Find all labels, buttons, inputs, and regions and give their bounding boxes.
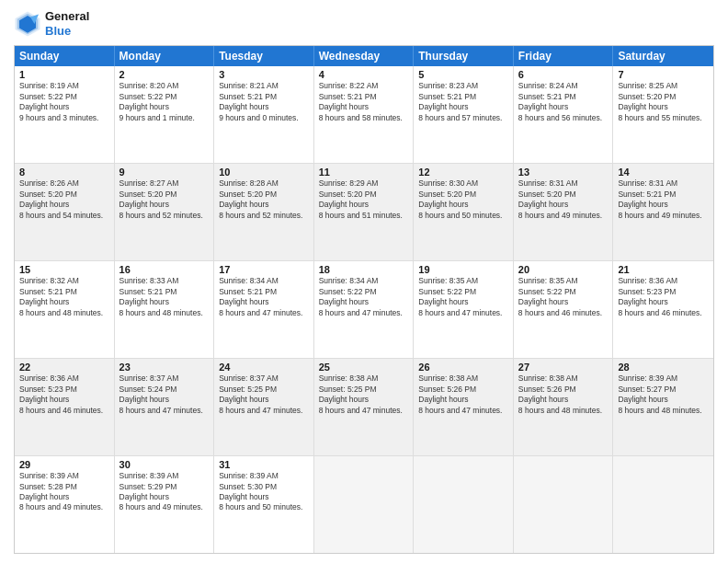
day-number: 4 (319, 69, 409, 80)
calendar-week-3: 15Sunrise: 8:32 AMSunset: 5:21 PMDayligh… (15, 261, 713, 359)
day-detail: Sunrise: 8:36 AMSunset: 5:23 PMDaylight … (618, 276, 709, 318)
day-number: 1 (19, 69, 109, 80)
day-number: 23 (119, 362, 210, 373)
day-number: 18 (319, 264, 409, 275)
logo: General Blue (14, 9, 89, 38)
cal-header-saturday: Saturday (613, 46, 713, 66)
page: General Blue SundayMondayTuesdayWednesda… (0, 0, 728, 563)
day-detail: Sunrise: 8:20 AMSunset: 5:22 PMDaylight … (119, 81, 210, 123)
day-detail: Sunrise: 8:38 AMSunset: 5:25 PMDaylight … (319, 373, 409, 416)
day-detail: Sunrise: 8:25 AMSunset: 5:20 PMDaylight … (618, 81, 709, 123)
cal-header-wednesday: Wednesday (314, 46, 415, 66)
day-number: 11 (319, 167, 409, 178)
day-number: 8 (19, 167, 109, 178)
day-detail: Sunrise: 8:34 AMSunset: 5:21 PMDaylight … (219, 276, 309, 318)
day-number: 15 (19, 264, 109, 275)
cal-header-tuesday: Tuesday (214, 46, 314, 66)
day-number: 29 (19, 459, 109, 470)
day-detail: Sunrise: 8:39 AMSunset: 5:29 PMDaylight … (119, 471, 210, 513)
day-detail: Sunrise: 8:36 AMSunset: 5:23 PMDaylight … (19, 373, 109, 416)
day-detail: Sunrise: 8:38 AMSunset: 5:26 PMDaylight … (518, 373, 609, 416)
logo-text: General Blue (45, 9, 89, 38)
cal-cell-25: 25Sunrise: 8:38 AMSunset: 5:25 PMDayligh… (314, 359, 415, 455)
day-detail: Sunrise: 8:26 AMSunset: 5:20 PMDaylight … (19, 178, 109, 221)
day-number: 7 (618, 69, 709, 80)
day-detail: Sunrise: 8:23 AMSunset: 5:21 PMDaylight … (418, 81, 508, 123)
day-detail: Sunrise: 8:37 AMSunset: 5:24 PMDaylight … (119, 373, 210, 416)
day-detail: Sunrise: 8:32 AMSunset: 5:21 PMDaylight … (19, 276, 109, 318)
cal-cell-8: 8Sunrise: 8:26 AMSunset: 5:20 PMDaylight… (15, 164, 115, 260)
cal-cell-22: 22Sunrise: 8:36 AMSunset: 5:23 PMDayligh… (15, 359, 115, 455)
cal-cell-28: 28Sunrise: 8:39 AMSunset: 5:27 PMDayligh… (613, 359, 713, 455)
day-number: 24 (219, 362, 309, 373)
day-number: 3 (219, 69, 309, 80)
cal-cell-19: 19Sunrise: 8:35 AMSunset: 5:22 PMDayligh… (414, 261, 514, 358)
day-detail: Sunrise: 8:29 AMSunset: 5:20 PMDaylight … (319, 178, 409, 221)
logo-icon (14, 10, 41, 38)
cal-cell-13: 13Sunrise: 8:31 AMSunset: 5:20 PMDayligh… (514, 164, 614, 260)
day-number: 21 (618, 264, 709, 275)
cal-cell-27: 27Sunrise: 8:38 AMSunset: 5:26 PMDayligh… (514, 359, 614, 455)
cal-cell-6: 6Sunrise: 8:24 AMSunset: 5:21 PMDaylight… (514, 66, 614, 163)
calendar-header: SundayMondayTuesdayWednesdayThursdayFrid… (15, 46, 713, 66)
cal-cell-18: 18Sunrise: 8:34 AMSunset: 5:22 PMDayligh… (314, 261, 415, 358)
cal-cell-empty (414, 456, 514, 553)
day-number: 25 (319, 362, 409, 373)
cal-cell-12: 12Sunrise: 8:30 AMSunset: 5:20 PMDayligh… (414, 164, 514, 260)
cal-cell-24: 24Sunrise: 8:37 AMSunset: 5:25 PMDayligh… (214, 359, 314, 455)
cal-cell-14: 14Sunrise: 8:31 AMSunset: 5:21 PMDayligh… (613, 164, 713, 260)
day-detail: Sunrise: 8:30 AMSunset: 5:20 PMDaylight … (418, 178, 508, 221)
day-number: 5 (418, 69, 508, 80)
cal-cell-10: 10Sunrise: 8:28 AMSunset: 5:20 PMDayligh… (214, 164, 314, 260)
cal-cell-26: 26Sunrise: 8:38 AMSunset: 5:26 PMDayligh… (414, 359, 514, 455)
day-number: 2 (119, 69, 210, 80)
day-detail: Sunrise: 8:28 AMSunset: 5:20 PMDaylight … (219, 178, 309, 221)
day-detail: Sunrise: 8:37 AMSunset: 5:25 PMDaylight … (219, 373, 309, 416)
cal-cell-empty (314, 456, 415, 553)
day-detail: Sunrise: 8:34 AMSunset: 5:22 PMDaylight … (319, 276, 409, 318)
cal-header-monday: Monday (115, 46, 215, 66)
day-detail: Sunrise: 8:33 AMSunset: 5:21 PMDaylight … (119, 276, 210, 318)
cal-cell-2: 2Sunrise: 8:20 AMSunset: 5:22 PMDaylight… (115, 66, 215, 163)
day-number: 31 (219, 459, 309, 470)
day-number: 9 (119, 167, 210, 178)
calendar: SundayMondayTuesdayWednesdayThursdayFrid… (14, 45, 714, 554)
cal-cell-31: 31Sunrise: 8:39 AMSunset: 5:30 PMDayligh… (214, 456, 314, 553)
cal-cell-3: 3Sunrise: 8:21 AMSunset: 5:21 PMDaylight… (214, 66, 314, 163)
day-detail: Sunrise: 8:27 AMSunset: 5:20 PMDaylight … (119, 178, 210, 221)
day-detail: Sunrise: 8:39 AMSunset: 5:27 PMDaylight … (618, 373, 709, 416)
day-number: 12 (418, 167, 508, 178)
cal-cell-17: 17Sunrise: 8:34 AMSunset: 5:21 PMDayligh… (214, 261, 314, 358)
day-number: 6 (518, 69, 609, 80)
cal-cell-1: 1Sunrise: 8:19 AMSunset: 5:22 PMDaylight… (15, 66, 115, 163)
day-number: 22 (19, 362, 109, 373)
cal-header-thursday: Thursday (414, 46, 514, 66)
calendar-week-1: 1Sunrise: 8:19 AMSunset: 5:22 PMDaylight… (15, 66, 713, 164)
calendar-week-5: 29Sunrise: 8:39 AMSunset: 5:28 PMDayligh… (15, 456, 713, 553)
day-detail: Sunrise: 8:39 AMSunset: 5:28 PMDaylight … (19, 471, 109, 513)
cal-cell-20: 20Sunrise: 8:35 AMSunset: 5:22 PMDayligh… (514, 261, 614, 358)
cal-cell-4: 4Sunrise: 8:22 AMSunset: 5:21 PMDaylight… (314, 66, 415, 163)
day-number: 10 (219, 167, 309, 178)
day-detail: Sunrise: 8:22 AMSunset: 5:21 PMDaylight … (319, 81, 409, 123)
day-number: 19 (418, 264, 508, 275)
day-detail: Sunrise: 8:35 AMSunset: 5:22 PMDaylight … (418, 276, 508, 318)
day-number: 27 (518, 362, 609, 373)
day-number: 28 (618, 362, 709, 373)
header: General Blue (14, 9, 714, 38)
calendar-week-4: 22Sunrise: 8:36 AMSunset: 5:23 PMDayligh… (15, 359, 713, 456)
cal-header-sunday: Sunday (15, 46, 115, 66)
cal-cell-5: 5Sunrise: 8:23 AMSunset: 5:21 PMDaylight… (414, 66, 514, 163)
cal-cell-9: 9Sunrise: 8:27 AMSunset: 5:20 PMDaylight… (115, 164, 215, 260)
cal-cell-15: 15Sunrise: 8:32 AMSunset: 5:21 PMDayligh… (15, 261, 115, 358)
cal-cell-23: 23Sunrise: 8:37 AMSunset: 5:24 PMDayligh… (115, 359, 215, 455)
day-detail: Sunrise: 8:19 AMSunset: 5:22 PMDaylight … (19, 81, 109, 123)
day-number: 26 (418, 362, 508, 373)
day-number: 20 (518, 264, 609, 275)
day-number: 17 (219, 264, 309, 275)
cal-cell-30: 30Sunrise: 8:39 AMSunset: 5:29 PMDayligh… (115, 456, 215, 553)
day-detail: Sunrise: 8:31 AMSunset: 5:20 PMDaylight … (518, 178, 609, 221)
cal-header-friday: Friday (514, 46, 614, 66)
cal-cell-11: 11Sunrise: 8:29 AMSunset: 5:20 PMDayligh… (314, 164, 415, 260)
day-detail: Sunrise: 8:21 AMSunset: 5:21 PMDaylight … (219, 81, 309, 123)
